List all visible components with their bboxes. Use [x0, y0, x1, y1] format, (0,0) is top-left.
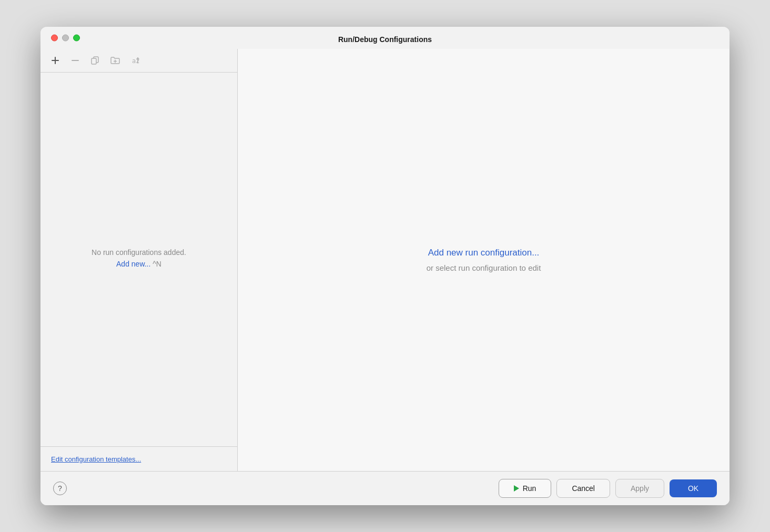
- apply-button[interactable]: Apply: [615, 479, 664, 498]
- copy-icon: [91, 56, 99, 65]
- move-to-folder-button[interactable]: [108, 53, 123, 68]
- footer-left: ?: [53, 482, 67, 495]
- traffic-lights: [51, 35, 80, 42]
- minimize-button[interactable]: [62, 35, 69, 42]
- add-new-run-configuration-link[interactable]: Add new run configuration...: [428, 248, 540, 258]
- ok-button[interactable]: OK: [670, 479, 717, 497]
- svg-rect-4: [92, 58, 96, 64]
- edit-configuration-templates-link[interactable]: Edit configuration templates...: [51, 455, 141, 463]
- maximize-button[interactable]: [73, 35, 80, 42]
- run-button[interactable]: Run: [499, 479, 552, 498]
- dialog-title: Run/Debug Configurations: [338, 35, 432, 44]
- copy-configuration-button[interactable]: [88, 53, 103, 68]
- sidebar-footer: Edit configuration templates...: [40, 446, 237, 471]
- right-panel: Add new run configuration... or select r…: [238, 49, 730, 471]
- select-configuration-text: or select run configuration to edit: [427, 263, 541, 272]
- main-content: az No run configurations added. Add new.…: [40, 49, 730, 471]
- help-button[interactable]: ?: [53, 482, 67, 495]
- minus-icon: [71, 56, 79, 65]
- run-debug-dialog: Run/Debug Configurations: [40, 27, 730, 505]
- close-button[interactable]: [51, 35, 58, 42]
- sort-button[interactable]: az: [128, 53, 143, 68]
- dialog-footer: ? Run Cancel Apply OK: [40, 471, 730, 505]
- sidebar: az No run configurations added. Add new.…: [40, 49, 238, 471]
- remove-configuration-button[interactable]: [68, 53, 83, 68]
- title-bar: Run/Debug Configurations: [40, 27, 730, 49]
- sidebar-empty-state: No run configurations added. Add new... …: [40, 73, 237, 446]
- add-new-shortcut-text: Add new... ^N: [116, 260, 161, 268]
- add-new-link[interactable]: Add new...: [116, 260, 150, 268]
- sort-icon: az: [131, 56, 139, 65]
- folder-icon: [110, 56, 120, 65]
- cancel-button[interactable]: Cancel: [556, 479, 610, 498]
- no-configurations-text: No run configurations added.: [92, 248, 186, 257]
- play-icon: [514, 485, 519, 492]
- plus-icon: [51, 56, 59, 65]
- sidebar-toolbar: az: [40, 49, 237, 73]
- add-configuration-button[interactable]: [48, 53, 63, 68]
